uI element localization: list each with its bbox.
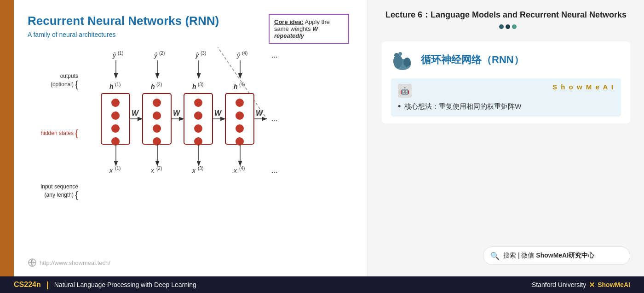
svg-text:...: ... bbox=[271, 166, 277, 174]
diagram-area: outputs(optional) { hidden states { inpu… bbox=[28, 47, 349, 241]
label-outputs: outputs(optional) { bbox=[28, 73, 78, 90]
search-text-prefix: 搜索 | 微信 bbox=[503, 252, 536, 259]
bottom-right: Stanford University ✕ ShowMeAI bbox=[532, 281, 630, 289]
bottom-left: CS224n | Natural Language Processing wit… bbox=[14, 280, 196, 290]
university-name: Stanford University bbox=[532, 281, 586, 288]
svg-point-40 bbox=[194, 137, 202, 146]
svg-text:(4): (4) bbox=[239, 166, 245, 171]
divider: | bbox=[46, 280, 49, 290]
svg-text:(1): (1) bbox=[118, 51, 123, 56]
svg-text:...: ... bbox=[271, 115, 277, 123]
slide-panel: Recurrent Neural Networks (RNN) A family… bbox=[0, 0, 368, 276]
svg-point-52 bbox=[236, 99, 244, 107]
rnn-title-cn: 循环神经网络（RNN） bbox=[421, 53, 524, 67]
svg-point-38 bbox=[194, 111, 202, 120]
core-idea-label: Core idea: bbox=[274, 18, 304, 25]
showmeai-bottom: ShowMeAI bbox=[598, 281, 630, 288]
svg-text:h: h bbox=[192, 83, 196, 90]
slide-url: http://www.showmeai.tech/ bbox=[28, 258, 110, 267]
svg-text:(1): (1) bbox=[115, 82, 121, 87]
svg-point-54 bbox=[236, 124, 244, 133]
svg-point-23 bbox=[153, 111, 161, 120]
search-text: 搜索 | 微信 ShowMeAI研究中心 bbox=[503, 252, 594, 260]
search-bar[interactable]: 🔍 搜索 | 微信 ShowMeAI研究中心 bbox=[483, 246, 630, 265]
svg-point-37 bbox=[194, 99, 202, 107]
svg-point-71 bbox=[398, 52, 402, 56]
svg-text:h: h bbox=[151, 83, 155, 90]
svg-text:x: x bbox=[233, 167, 237, 174]
url-icon bbox=[28, 258, 37, 267]
course-description: Natural Language Processing with Deep Le… bbox=[54, 281, 196, 288]
svg-text:h: h bbox=[109, 83, 114, 90]
core-idea-repeated: repeatedly bbox=[274, 32, 304, 39]
svg-text:ŷ: ŷ bbox=[154, 52, 158, 59]
svg-text:W: W bbox=[132, 109, 139, 117]
svg-text:h: h bbox=[234, 83, 238, 90]
course-code: CS224n bbox=[14, 281, 41, 289]
lecture-title: Lecture 6：Language Models and Recurrent … bbox=[382, 9, 630, 32]
svg-text:(3): (3) bbox=[198, 166, 203, 171]
svg-point-53 bbox=[236, 111, 244, 120]
svg-point-39 bbox=[194, 124, 202, 133]
svg-text:x: x bbox=[150, 167, 155, 174]
svg-text:x: x bbox=[109, 167, 113, 174]
svg-point-8 bbox=[111, 111, 120, 120]
svg-text:W: W bbox=[214, 109, 222, 117]
url-text: http://www.showmeai.tech/ bbox=[40, 259, 110, 266]
svg-text:...: ... bbox=[271, 51, 277, 59]
svg-point-55 bbox=[236, 137, 244, 146]
svg-text:ŷ: ŷ bbox=[236, 52, 241, 59]
search-text-bold: ShowMeAI研究中心 bbox=[536, 252, 594, 259]
showmeai-label: S h o w M e A I bbox=[552, 83, 614, 91]
search-icon: 🔍 bbox=[490, 252, 500, 260]
rnn-section: 循环神经网络（RNN） S h o w M e A I 🤖 • 核心想法：重复使… bbox=[382, 41, 630, 123]
svg-text:(2): (2) bbox=[156, 82, 162, 87]
lecture-title-text: Lecture 6：Language Models and Recurrent … bbox=[385, 10, 627, 19]
svg-point-7 bbox=[111, 99, 120, 107]
x-mark: ✕ bbox=[589, 281, 595, 289]
core-idea-cn-text: 核心想法：重复使用相同的权重矩阵W bbox=[404, 102, 521, 111]
svg-point-10 bbox=[111, 137, 120, 146]
core-idea-box: Core idea: Apply the same weights W repe… bbox=[269, 14, 349, 44]
svg-text:(3): (3) bbox=[201, 51, 206, 56]
robot-icon: 🤖 bbox=[398, 84, 412, 98]
svg-text:ŷ: ŷ bbox=[195, 52, 199, 59]
svg-text:(1): (1) bbox=[115, 166, 121, 171]
rnn-header: 循环神经网络（RNN） bbox=[391, 48, 621, 71]
core-idea-w: W bbox=[312, 25, 318, 32]
svg-point-25 bbox=[153, 137, 161, 146]
svg-point-9 bbox=[111, 124, 120, 133]
bear-icon bbox=[391, 48, 414, 71]
svg-text:W: W bbox=[173, 109, 181, 117]
label-input: input sequence(any length) { bbox=[28, 183, 78, 200]
svg-point-70 bbox=[394, 53, 399, 58]
label-hidden: hidden states { bbox=[28, 128, 78, 139]
dot-1 bbox=[499, 24, 504, 29]
core-idea-cn: • 核心想法：重复使用相同的权重矩阵W bbox=[398, 102, 614, 111]
svg-text:ŷ: ŷ bbox=[112, 52, 116, 59]
svg-text:(4): (4) bbox=[242, 51, 247, 56]
dot-3 bbox=[512, 24, 517, 29]
right-panel: Lecture 6：Language Models and Recurrent … bbox=[368, 0, 644, 276]
dot-2 bbox=[506, 24, 510, 29]
bullet-point: • bbox=[398, 102, 401, 111]
svg-text:(2): (2) bbox=[159, 51, 165, 56]
svg-text:(4): (4) bbox=[239, 82, 245, 87]
svg-text:(3): (3) bbox=[198, 82, 203, 87]
showmeai-card: S h o w M e A I 🤖 • 核心想法：重复使用相同的权重矩阵W bbox=[391, 78, 621, 117]
bottom-bar: CS224n | Natural Language Processing wit… bbox=[0, 276, 644, 293]
svg-text:x: x bbox=[192, 167, 196, 174]
slide-left-bar bbox=[0, 0, 14, 276]
main-container: Recurrent Neural Networks (RNN) A family… bbox=[0, 0, 644, 276]
svg-point-69 bbox=[403, 58, 411, 67]
rnn-diagram-svg: ŷ (1) h (1) x (1) bbox=[83, 47, 354, 232]
svg-text:W: W bbox=[256, 109, 264, 117]
svg-text:(2): (2) bbox=[156, 166, 162, 171]
svg-point-24 bbox=[153, 124, 161, 133]
svg-point-22 bbox=[153, 99, 161, 107]
